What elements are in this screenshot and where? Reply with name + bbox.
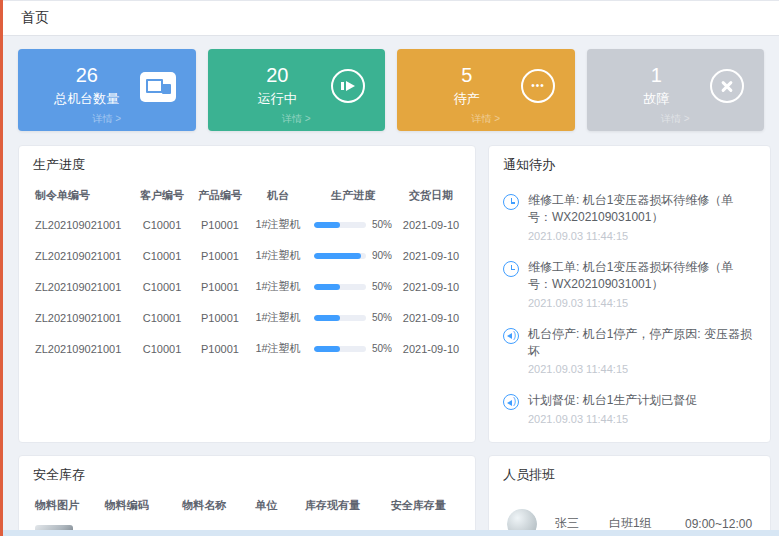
col-material-image: 物料图片 bbox=[33, 492, 88, 519]
production-row: ZL202109021001 C10001 P10001 1#注塑机 bbox=[33, 271, 463, 302]
notification-body: 维修工单: 机台1变压器损坏待维修（单号：WX202109031001） 202… bbox=[528, 259, 756, 309]
tools-icon bbox=[710, 69, 744, 103]
progress-fill bbox=[314, 315, 340, 321]
top-header: 首页 bbox=[3, 0, 779, 36]
production-panel: 生产进度 制令单编号 客户编号 产品编号 机台 生产进度 交货日期 bbox=[18, 145, 476, 443]
schedule-panel: 人员排班 张三 白班1组 09:00~12:00 李四 白班2组 12:00~1… bbox=[488, 455, 771, 536]
notification-list: 维修工单: 机台1变压器损坏待维修（单号：WX202109031001） 202… bbox=[503, 182, 756, 434]
progress-label: 50% bbox=[372, 343, 392, 354]
progress-fill bbox=[314, 284, 340, 290]
progress-track bbox=[314, 253, 366, 259]
cell-progress: 90% bbox=[307, 240, 399, 271]
production-header-row: 制令单编号 客户编号 产品编号 机台 生产进度 交货日期 bbox=[33, 182, 463, 209]
main-content: 26 总机台数量 详情 > 20 运行中 详情 > bbox=[3, 36, 779, 536]
col-material-code: 物料编码 bbox=[88, 492, 165, 519]
cell-delivery-date: 2021-09-10 bbox=[399, 271, 463, 302]
notification-time: 2021.09.03 11:44:15 bbox=[528, 297, 756, 309]
notifications-panel-title: 通知待办 bbox=[503, 156, 756, 174]
stat-card[interactable]: 5 待产 详情 > bbox=[397, 49, 575, 131]
stat-card[interactable]: 1 故障 详情 > bbox=[587, 49, 765, 131]
stat-label: 待产 bbox=[413, 90, 521, 108]
notification-item[interactable]: 计划督促: 机台1生产计划已督促 2021.09.03 11:44:15 bbox=[503, 384, 756, 433]
progress-label: 50% bbox=[372, 281, 392, 292]
notification-body: 维修工单: 机台1变压器损坏待维修（单号：WX202109031001） 202… bbox=[528, 192, 756, 242]
progress-track bbox=[314, 222, 366, 228]
progress-fill bbox=[314, 346, 340, 352]
col-unit: 单位 bbox=[243, 492, 290, 519]
cell-delivery-date: 2021-09-10 bbox=[399, 240, 463, 271]
clock-icon bbox=[503, 194, 519, 210]
cell-machine: 1#注塑机 bbox=[249, 209, 307, 240]
col-customer-no: 客户编号 bbox=[133, 182, 191, 209]
stat-detail-link[interactable]: 详情 > bbox=[587, 112, 765, 131]
inventory-header-row: 物料图片 物料编码 物料名称 单位 库存现有量 安全库存量 bbox=[33, 492, 461, 519]
cell-delivery-date: 2021-09-10 bbox=[399, 209, 463, 240]
cell-progress: 50% bbox=[307, 271, 399, 302]
cell-order-no: ZL202109021001 bbox=[33, 271, 133, 302]
stat-value: 20 bbox=[224, 64, 332, 86]
stat-cards: 26 总机台数量 详情 > 20 运行中 详情 > bbox=[18, 49, 764, 131]
tab-home[interactable]: 首页 bbox=[21, 9, 49, 27]
ellipsis-icon bbox=[521, 69, 555, 103]
left-accent-strip bbox=[0, 0, 3, 536]
notification-body: 机台停产: 机台1停产，停产原因: 变压器损坏 2021.09.03 11:44… bbox=[528, 326, 756, 376]
progress-track bbox=[314, 346, 366, 352]
cell-product-no: P10001 bbox=[191, 240, 249, 271]
inventory-panel: 安全库存 物料图片 物料编码 物料名称 单位 库存现有量 安全库存量 bbox=[18, 455, 476, 536]
cell-delivery-date: 2021-09-10 bbox=[399, 302, 463, 333]
stat-label: 运行中 bbox=[224, 90, 332, 108]
cell-product-no: P10001 bbox=[191, 209, 249, 240]
progress-bar: 50% bbox=[309, 343, 397, 354]
schedule-panel-title: 人员排班 bbox=[503, 466, 756, 484]
cell-progress: 50% bbox=[307, 209, 399, 240]
stat-card-text: 20 运行中 bbox=[224, 64, 332, 108]
progress-label: 90% bbox=[372, 250, 392, 261]
notification-text: 计划督促: 机台1生产计划已督促 bbox=[528, 392, 697, 409]
notification-item[interactable]: 维修工单: 机台1变压器损坏待维修（单号：WX202109031001） 202… bbox=[503, 251, 756, 318]
cell-order-no: ZL202109021001 bbox=[33, 333, 133, 364]
col-stock-qty: 库存现有量 bbox=[290, 492, 376, 519]
cell-product-no: P10001 bbox=[191, 271, 249, 302]
cell-delivery-date: 2021-09-10 bbox=[399, 333, 463, 364]
cell-order-no: ZL202109021001 bbox=[33, 209, 133, 240]
notification-item[interactable]: 机台停产: 机台1停产，停产原因: 变压器损坏 2021.09.03 11:44… bbox=[503, 318, 756, 385]
stat-card[interactable]: 26 总机台数量 详情 > bbox=[18, 49, 196, 131]
progress-label: 50% bbox=[372, 312, 392, 323]
cell-machine: 1#注塑机 bbox=[249, 302, 307, 333]
production-row: ZL202109021001 C10001 P10001 1#注塑机 bbox=[33, 240, 463, 271]
progress-bar: 50% bbox=[309, 312, 397, 323]
bottom-scrollbar-strip[interactable] bbox=[3, 530, 779, 536]
cell-product-no: P10001 bbox=[191, 302, 249, 333]
col-machine: 机台 bbox=[249, 182, 307, 209]
stat-card-text: 1 故障 bbox=[603, 64, 711, 108]
cell-machine: 1#注塑机 bbox=[249, 333, 307, 364]
cell-customer-no: C10001 bbox=[133, 302, 191, 333]
cell-machine: 1#注塑机 bbox=[249, 271, 307, 302]
production-row: ZL202109021001 C10001 P10001 1#注塑机 bbox=[33, 209, 463, 240]
stat-card-main: 26 总机台数量 bbox=[18, 60, 196, 112]
machine-icon bbox=[140, 72, 176, 102]
running-cycle-icon bbox=[331, 69, 365, 103]
stat-detail-link[interactable]: 详情 > bbox=[208, 112, 386, 131]
cell-machine: 1#注塑机 bbox=[249, 240, 307, 271]
col-material-name: 物料名称 bbox=[165, 492, 242, 519]
notification-item[interactable]: 维修工单: 机台1变压器损坏待维修（单号：WX202109031001） 202… bbox=[503, 184, 756, 251]
notification-time: 2021.09.03 11:44:15 bbox=[528, 363, 756, 375]
stat-card-main: 5 待产 bbox=[397, 60, 575, 112]
stat-label: 故障 bbox=[603, 90, 711, 108]
stat-detail-link[interactable]: 详情 > bbox=[397, 112, 575, 131]
stat-label: 总机台数量 bbox=[34, 90, 140, 108]
stat-card-text: 5 待产 bbox=[413, 64, 521, 108]
stat-value: 1 bbox=[603, 64, 711, 86]
cell-order-no: ZL202109021001 bbox=[33, 302, 133, 333]
notification-body: 计划督促: 机台1生产计划已督促 2021.09.03 11:44:15 bbox=[528, 392, 697, 424]
stat-card[interactable]: 20 运行中 详情 > bbox=[208, 49, 386, 131]
stat-value: 26 bbox=[34, 64, 140, 86]
stat-detail-link[interactable]: 详情 > bbox=[18, 112, 196, 131]
progress-fill bbox=[314, 253, 361, 259]
stat-card-main: 20 运行中 bbox=[208, 60, 386, 112]
notification-text: 机台停产: 机台1停产，停产原因: 变压器损坏 bbox=[528, 326, 756, 361]
notification-text: 维修工单: 机台1变压器损坏待维修（单号：WX202109031001） bbox=[528, 192, 756, 227]
clock-icon bbox=[503, 261, 519, 277]
cell-product-no: P10001 bbox=[191, 333, 249, 364]
